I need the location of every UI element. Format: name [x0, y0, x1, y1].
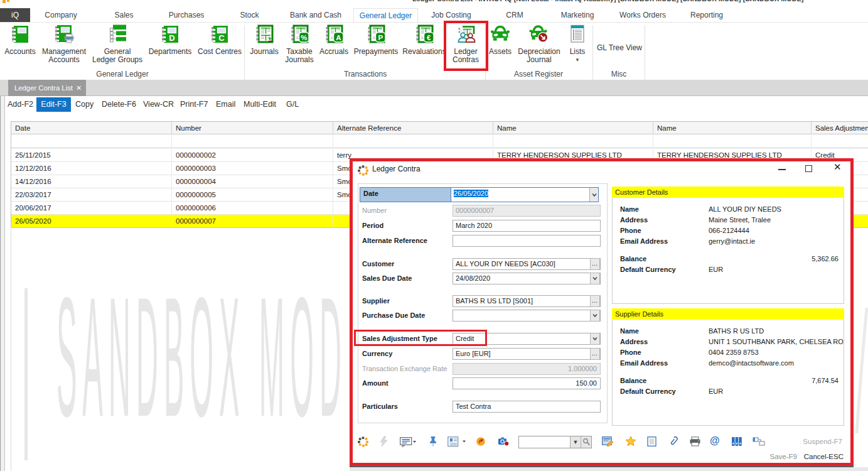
svg-text:P: P	[378, 34, 383, 41]
svg-text:€: €	[427, 34, 431, 41]
svg-text:C: C	[218, 33, 225, 43]
svg-text:%: %	[301, 34, 307, 41]
svg-text:A: A	[336, 34, 341, 41]
svg-text:D: D	[169, 33, 174, 43]
